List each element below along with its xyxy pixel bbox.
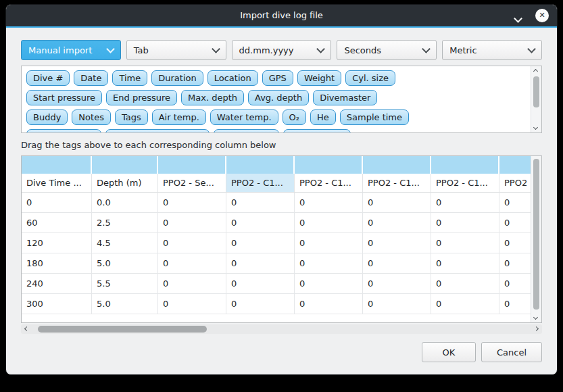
close-icon[interactable]: ✕	[535, 9, 549, 22]
field-tag[interactable]: Water temp.	[210, 109, 278, 125]
field-tag[interactable]: Location	[207, 70, 258, 86]
titlebar[interactable]: Import dive log file ✕	[6, 5, 557, 26]
column-header[interactable]: PPO2 - C1...	[226, 174, 295, 193]
field-tag[interactable]: Sample temperature	[105, 129, 210, 133]
field-tag[interactable]: Sample pO₂	[214, 129, 279, 133]
field-tag[interactable]: Tags	[115, 109, 148, 125]
cancel-button[interactable]: Cancel	[481, 342, 542, 362]
column-drop-target[interactable]	[158, 156, 226, 174]
table-scrollbar[interactable]	[531, 156, 541, 322]
field-tag[interactable]: Time	[112, 70, 147, 86]
field-tag[interactable]: He	[310, 109, 336, 125]
units-system-select[interactable]: Metric	[442, 40, 542, 60]
table-cell: 0	[295, 213, 363, 233]
dialog-buttons: OK Cancel	[21, 342, 542, 362]
horizontal-scrollbar[interactable]	[21, 324, 542, 334]
chevron-down-icon[interactable]	[515, 11, 524, 21]
column-header[interactable]: Dive Time ...	[22, 174, 92, 193]
column-header[interactable]: PPO2 - C1...	[431, 174, 499, 193]
table-cell: 0	[499, 193, 531, 213]
column-drop-target[interactable]	[431, 156, 499, 174]
column-drop-target[interactable]	[363, 156, 431, 174]
date-format-select[interactable]: dd.mm.yyyy	[232, 40, 332, 60]
field-tag[interactable]: Avg. depth	[248, 90, 309, 105]
scrollbar-thumb[interactable]	[533, 159, 539, 310]
tag-row: Start pressureEnd pressureMax. depthAvg.…	[26, 90, 540, 105]
column-drop-target[interactable]	[92, 156, 158, 174]
table-cell: 0	[363, 274, 431, 294]
tag-row: Sample depthSample temperatureSample pO₂…	[26, 129, 540, 133]
field-tag[interactable]: Dive #	[26, 70, 70, 86]
date-format-value: dd.mm.yyyy	[239, 45, 294, 55]
tag-panel-scrollbar[interactable]	[531, 66, 541, 132]
table-cell: 120	[22, 233, 92, 253]
scroll-up-icon[interactable]	[533, 69, 538, 74]
field-tag[interactable]: Air temp.	[152, 109, 206, 125]
field-separator-select[interactable]: Tab	[126, 40, 226, 60]
table-cell: 2.5	[92, 213, 158, 233]
field-tag[interactable]: Weight	[297, 70, 341, 86]
chevron-down-icon	[317, 45, 326, 53]
field-tag[interactable]: Max. depth	[181, 90, 244, 105]
window-title: Import dive log file	[6, 5, 557, 26]
field-tag[interactable]: Cyl. size	[345, 70, 395, 86]
column-drop-target[interactable]	[226, 156, 295, 174]
import-mode-select[interactable]: Manual import	[21, 40, 121, 60]
field-tag[interactable]: Start pressure	[26, 90, 102, 105]
column-drop-row	[22, 156, 531, 174]
field-tag[interactable]: End pressure	[106, 90, 177, 105]
units-system-value: Metric	[449, 45, 476, 55]
table-cell: 5.5	[92, 274, 158, 294]
scroll-right-icon[interactable]	[534, 326, 539, 331]
scroll-left-icon[interactable]	[24, 326, 29, 331]
table-cell: 0	[499, 213, 531, 233]
column-header[interactable]: PPO2 - C1...	[363, 174, 431, 193]
field-tag[interactable]: O₂	[283, 109, 306, 125]
scroll-down-icon[interactable]	[533, 125, 538, 130]
table-cell: 0	[363, 213, 431, 233]
field-tag[interactable]: Buddy	[26, 109, 68, 125]
table-cell: 0	[158, 253, 226, 274]
table-cell: 0	[226, 213, 295, 233]
duration-format-select[interactable]: Seconds	[337, 40, 437, 60]
field-tag[interactable]: Duration	[151, 70, 203, 86]
table-cell: 60	[22, 213, 92, 233]
scrollbar-thumb[interactable]	[533, 76, 539, 107]
field-tag[interactable]: GPS	[262, 70, 293, 86]
table-cell: 5.0	[92, 294, 158, 314]
table-cell: 0	[226, 233, 295, 253]
column-drop-target[interactable]	[295, 156, 363, 174]
table-cell: 0	[295, 274, 363, 294]
field-tag[interactable]: Sample time	[340, 109, 409, 125]
table-cell: 0	[431, 213, 499, 233]
table-cell: 0	[499, 233, 531, 253]
field-tag[interactable]: Notes	[72, 109, 111, 125]
column-header[interactable]: PPO2 - C1...	[295, 174, 363, 193]
table-cell: 0	[295, 193, 363, 213]
field-tag[interactable]: Divemaster	[313, 90, 377, 105]
accent-line	[6, 26, 557, 28]
column-header[interactable]: Depth (m)	[92, 174, 158, 193]
instruction-text: Drag the tags above to each correspondin…	[21, 140, 542, 150]
ok-button[interactable]: OK	[422, 342, 476, 362]
scrollbar-thumb[interactable]	[38, 326, 207, 333]
table-cell: 0.0	[92, 193, 158, 213]
column-header[interactable]: PPO2 - Se...	[158, 174, 226, 193]
import-mode-value: Manual import	[28, 45, 92, 55]
column-drop-target[interactable]	[499, 156, 531, 174]
table-columns: Dive Time ...Depth (m)PPO2 - Se...PPO2 -…	[22, 156, 531, 322]
column-drop-target[interactable]	[22, 156, 92, 174]
table-cell: 0	[158, 233, 226, 253]
table-row: 1805.0000000	[22, 253, 531, 274]
scroll-down-icon[interactable]	[533, 315, 538, 320]
table-cell: 0	[295, 233, 363, 253]
column-header[interactable]: PPO2	[499, 174, 531, 193]
table-cell: 0	[226, 294, 295, 314]
table-cell: 0	[226, 253, 295, 274]
field-tag[interactable]: Date	[74, 70, 108, 86]
dialog-content: Manual importTabdd.mm.yyyySecondsMetric …	[6, 40, 557, 362]
table-cell: 0	[499, 294, 531, 314]
field-tag[interactable]: Sample CNS	[283, 129, 351, 133]
field-tag[interactable]: Sample depth	[26, 129, 101, 133]
table-cell: 0	[295, 253, 363, 274]
